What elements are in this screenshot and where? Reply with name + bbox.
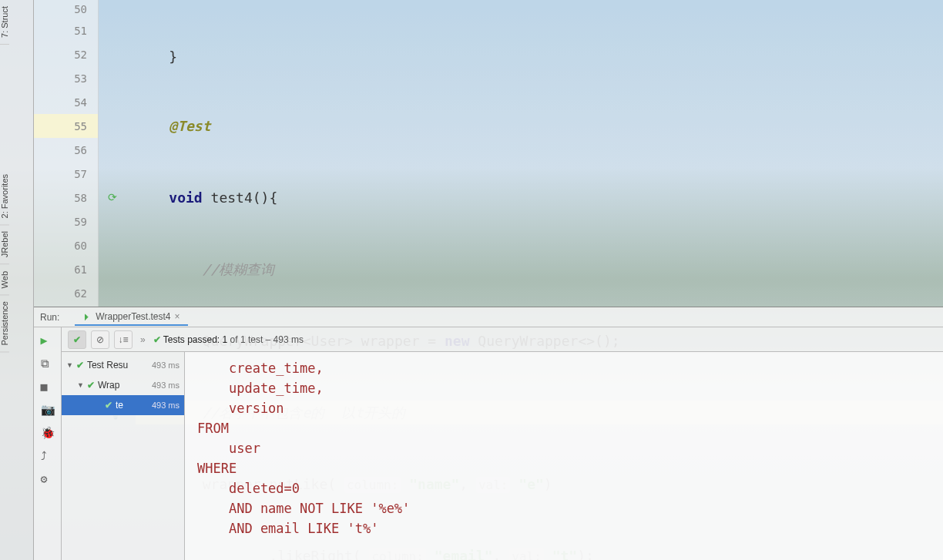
tree-root[interactable]: ▼ ✔ Test Resu 493 ms <box>62 355 184 375</box>
toggle-button[interactable]: ⧉ <box>41 357 55 371</box>
rail-persistence[interactable]: Persistence <box>0 295 9 352</box>
play-icon: ⏵ <box>82 311 92 322</box>
camera-icon[interactable]: 📷 <box>41 403 55 417</box>
chevron-down-icon[interactable]: ▼ <box>66 361 73 369</box>
line-number: 57 <box>34 162 98 186</box>
line-number: 53 <box>34 66 98 90</box>
line-number: 58 <box>34 186 98 210</box>
run-tab-bar: Run: ⏵ WrapperTest.test4 × <box>34 307 943 327</box>
settings-icon[interactable]: ⚙ <box>41 472 55 486</box>
gutter: 50 51 52 53 54 55 56 57 58 59 60 61 62 <box>34 0 99 307</box>
line-number: 62 <box>34 281 98 305</box>
run-label: Run: <box>40 312 59 323</box>
rerun-gutter-icon[interactable]: ⟳ <box>108 186 117 210</box>
console-output[interactable]: create_time, update_time, version FROM u… <box>185 352 943 560</box>
code-line: //模糊查询 <box>136 257 943 281</box>
line-number: 52 <box>34 42 98 66</box>
test-tree[interactable]: ▼ ✔ Test Resu 493 ms ▼ ✔ Wrap 493 ms ✔ t… <box>62 352 185 560</box>
line-number: 59 <box>34 210 98 233</box>
line-number: 61 <box>34 257 98 281</box>
rail-jrebel[interactable]: JRebel <box>0 225 9 264</box>
close-tab-icon[interactable]: × <box>175 311 180 322</box>
rail-web[interactable]: Web <box>0 265 9 295</box>
run-button[interactable]: ▶ <box>41 334 55 347</box>
rail-structure[interactable]: 7: Struct <box>0 0 9 45</box>
tree-class[interactable]: ▼ ✔ Wrap 493 ms <box>62 375 184 395</box>
line-number: 54 <box>34 90 98 114</box>
code-editor[interactable]: 50 51 52 53 54 55 56 57 58 59 60 61 62 }… <box>34 0 943 307</box>
show-passed-button[interactable]: ✔ <box>68 330 86 349</box>
chevron-down-icon[interactable]: ▼ <box>77 381 84 389</box>
line-number: 56 <box>34 138 98 162</box>
sort-button[interactable]: ↓≡ <box>114 330 133 349</box>
expand-icon[interactable]: » <box>140 334 146 345</box>
tree-test[interactable]: ✔ te 493 ms <box>62 395 184 415</box>
run-toolbar: ▶ ⧉ ■ 📷 🐞 ⤴ ⚙ <box>34 327 62 560</box>
code-line: @Test <box>136 114 943 138</box>
left-tool-rail: 7: Struct 2: Favorites JRebel Web Persis… <box>0 0 34 560</box>
line-number: 60 <box>34 233 98 257</box>
run-tab[interactable]: ⏵ WrapperTest.test4 × <box>75 309 187 326</box>
line-number: 50 <box>34 0 98 18</box>
code-area[interactable]: } @Test ⟳ void test4(){ //模糊查询 QueryWrap… <box>99 0 943 307</box>
code-line: } <box>136 48 943 66</box>
rail-favorites[interactable]: 2: Favorites <box>0 168 9 225</box>
exit-icon[interactable]: ⤴ <box>41 449 55 463</box>
line-number: 51 <box>34 18 98 42</box>
test-status-bar: ✔ ⊘ ↓≡ » ✔ Tests passed: 1 of 1 test – 4… <box>62 327 943 352</box>
debug-icon[interactable]: 🐞 <box>41 426 55 440</box>
code-line: ⟳ void test4(){ <box>136 186 943 210</box>
run-tab-title: WrapperTest.test4 <box>96 311 170 322</box>
run-panel: Run: ⏵ WrapperTest.test4 × ▶ ⧉ ■ 📷 🐞 ⤴ ⚙… <box>34 307 943 560</box>
line-number: 55 <box>34 114 98 138</box>
stop-button[interactable]: ■ <box>41 380 55 394</box>
show-ignored-button[interactable]: ⊘ <box>91 330 109 349</box>
